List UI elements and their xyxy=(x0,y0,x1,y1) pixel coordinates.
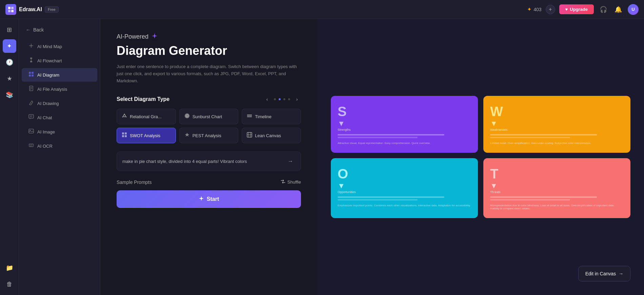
svg-rect-13 xyxy=(32,72,34,74)
sidebar-item-ai-image[interactable]: AI Image xyxy=(22,125,97,139)
ai-powered-text: AI-Powered xyxy=(117,33,148,40)
headset-icon: 🎧 xyxy=(600,6,607,13)
avatar[interactable]: U xyxy=(628,4,639,15)
diagram-type-label: Timeline xyxy=(255,114,271,119)
trash-icon: 🗑 xyxy=(6,281,13,288)
diagram-type-label: PEST Analysis xyxy=(193,133,221,138)
content-area: AI-Powered Diagram Generator Just enter … xyxy=(100,19,644,295)
swot-card-t: T ▼ Threats Misrepresentation due to col… xyxy=(483,158,630,218)
diagram-type-pest-analysis[interactable]: PEST Analysis xyxy=(179,128,239,143)
sidebar-item-ai-ocr[interactable]: AI OCR xyxy=(22,139,97,153)
svg-rect-2 xyxy=(8,10,11,12)
svg-rect-0 xyxy=(8,7,11,9)
swot-desc-o: Emphasizes important points. Combines ea… xyxy=(338,204,471,207)
prompt-send-button[interactable]: → xyxy=(286,156,295,166)
sidebar-folder-button[interactable]: 📁 xyxy=(3,261,16,275)
sidebar-ai-button[interactable]: ✦ xyxy=(3,39,16,53)
carousel-next-button[interactable]: › xyxy=(293,95,301,103)
svg-rect-42 xyxy=(125,132,127,134)
diagram-type-label: Lean Canvas xyxy=(255,133,281,138)
preview-panel: S ▼ Strengths Attractive visual. Equal r… xyxy=(317,19,644,295)
diagram-type-relational-graph[interactable]: Relational Gra... xyxy=(117,109,176,124)
sparkle-icon xyxy=(151,33,158,41)
sidebar-item-ai-flowchart[interactable]: AI Flowchart xyxy=(22,54,97,67)
start-label: Start xyxy=(207,196,219,202)
sunburst-icon xyxy=(184,113,190,120)
ai-icon: ✦ xyxy=(7,42,12,50)
pest-icon xyxy=(184,132,190,139)
page-title: Diagram Generator xyxy=(117,44,301,58)
select-type-title: Select Diagram Type xyxy=(117,96,169,102)
points-value: 403 xyxy=(534,7,541,12)
carousel-controls: ‹ › xyxy=(263,95,301,103)
swot-arrow-w: ▼ xyxy=(490,119,624,128)
sidebar-templates-button[interactable]: 📚 xyxy=(3,88,16,102)
sidebar-item-label: AI File Analysis xyxy=(37,87,67,92)
edit-canvas-label: Edit in Canvas xyxy=(585,271,616,276)
app-name: Edraw.AI xyxy=(19,6,42,13)
prompt-text: make in pie chart style, divided into 4 … xyxy=(122,159,286,164)
swot-letter-w: W xyxy=(490,104,624,119)
swot-sublabel-s: Strengths xyxy=(338,128,471,131)
back-button[interactable]: ← Back xyxy=(19,24,100,35)
sample-prompts-header: Sample Prompts Shuffle xyxy=(117,179,301,185)
logo-icon xyxy=(5,4,16,15)
lean-canvas-icon xyxy=(247,132,252,139)
svg-rect-14 xyxy=(29,75,31,77)
swot-letter-t: T xyxy=(490,166,624,182)
sidebar-item-ai-mind-map[interactable]: AI Mind Map xyxy=(22,40,97,53)
carousel-dot-4[interactable] xyxy=(288,98,290,100)
back-arrow-icon: ← xyxy=(26,27,31,33)
relational-graph-icon xyxy=(122,113,127,120)
swot-lines-s: Strengths Attractive visual. Equal repre… xyxy=(338,128,471,145)
timeline-icon xyxy=(247,113,252,120)
sidebar-item-ai-drawing[interactable]: AI Drawing xyxy=(22,97,97,110)
svg-point-29 xyxy=(123,115,125,117)
upgrade-button[interactable]: ♥ Upgrade xyxy=(559,4,594,14)
sidebar-recent-button[interactable]: 🕐 xyxy=(3,56,16,69)
swot-lines-w: Weaknesses Limited detail. Over simplifi… xyxy=(490,128,624,145)
svg-point-4 xyxy=(31,45,32,46)
shuffle-label: Shuffle xyxy=(287,180,301,185)
svg-rect-41 xyxy=(122,132,124,134)
swot-preview: S ▼ Strengths Attractive visual. Equal r… xyxy=(317,82,644,232)
diagram-type-sunburst-chart[interactable]: Sunburst Chart xyxy=(179,109,239,124)
sidebar-item-ai-diagram[interactable]: AI Diagram xyxy=(22,68,97,82)
diagram-type-swot-analysis[interactable]: SWOT Analysis xyxy=(117,128,176,143)
sidebar-item-ai-file-analysis[interactable]: AI File Analysis xyxy=(22,82,97,96)
headset-button[interactable]: 🎧 xyxy=(598,4,609,15)
sidebar-item-ai-chat[interactable]: AI Chat xyxy=(22,111,97,124)
clock-icon: 🕐 xyxy=(6,59,13,66)
carousel-dot-2[interactable] xyxy=(279,98,281,100)
carousel-prev-button[interactable]: ‹ xyxy=(263,95,271,103)
swot-card-s: S ▼ Strengths Attractive visual. Equal r… xyxy=(331,96,478,153)
shuffle-button[interactable]: Shuffle xyxy=(281,179,301,185)
upgrade-label: Upgrade xyxy=(570,7,588,12)
svg-rect-26 xyxy=(29,144,33,147)
topbar: Edraw.AI Free ✦ 403 + ♥ Upgrade 🎧 🔔 U xyxy=(0,0,644,19)
diagram-type-lean-canvas[interactable]: Lean Canvas xyxy=(242,128,301,143)
sidebar-item-label: AI Chat xyxy=(37,115,52,120)
svg-point-31 xyxy=(126,117,127,118)
sidebar-trash-button[interactable]: 🗑 xyxy=(3,277,16,291)
svg-rect-10 xyxy=(30,61,32,62)
swot-arrow-s: ▼ xyxy=(338,119,471,128)
start-button[interactable]: Start xyxy=(117,190,301,208)
edit-in-canvas-button[interactable]: Edit in Canvas → xyxy=(578,266,630,281)
swot-lines-t: Threats Misrepresentation due to color b… xyxy=(490,190,624,210)
bell-button[interactable]: 🔔 xyxy=(613,4,624,15)
sidebar-item-label: AI Mind Map xyxy=(37,44,62,49)
prompt-area: make in pie chart style, divided into 4 … xyxy=(117,151,301,171)
points-icon: ✦ xyxy=(527,6,531,13)
description-text: Just enter one sentence to produce a com… xyxy=(117,63,301,84)
sidebar-home-button[interactable]: ⊞ xyxy=(3,23,16,37)
add-points-button[interactable]: + xyxy=(546,5,555,14)
sidebar-star-button[interactable]: ★ xyxy=(3,72,16,85)
carousel-dot-3[interactable] xyxy=(283,98,285,100)
arrow-right-icon: → xyxy=(619,271,623,276)
svg-rect-3 xyxy=(11,10,14,12)
diagram-type-label: Relational Gra... xyxy=(130,114,162,119)
carousel-dot-1 xyxy=(274,98,276,100)
sidebar-item-label: AI OCR xyxy=(37,144,53,149)
diagram-type-timeline[interactable]: Timeline xyxy=(242,109,301,124)
